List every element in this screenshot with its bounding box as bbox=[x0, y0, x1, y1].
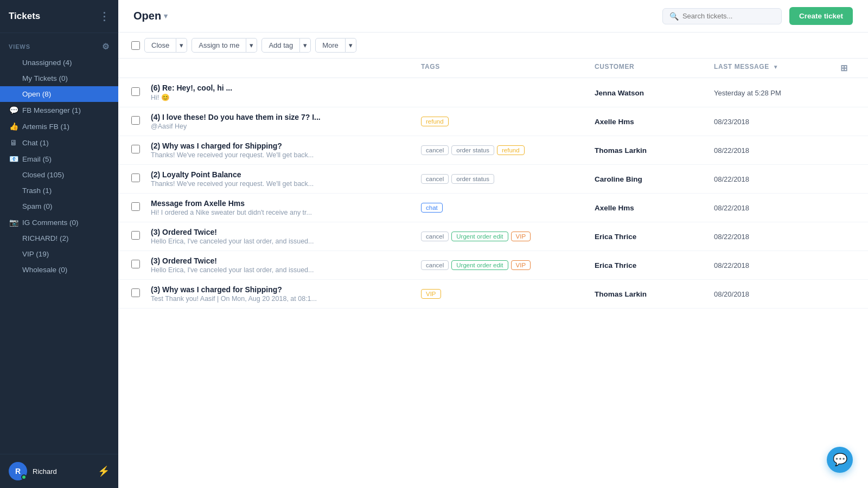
avatar: R bbox=[9, 462, 27, 480]
ticket-preview: Hi! I ordered a Nike sweater but didn't … bbox=[151, 209, 421, 216]
sidebar-item-label-open: Open (8) bbox=[22, 90, 110, 98]
ticket-customer-cell: Caroline Bing bbox=[595, 174, 714, 184]
customer-name: Thomas Larkin bbox=[595, 290, 647, 298]
row-checkbox-4[interactable] bbox=[131, 202, 140, 211]
title-chevron-icon[interactable]: ▾ bbox=[164, 12, 168, 20]
sidebar-item-icon-fb-messenger: 💬 bbox=[9, 106, 18, 114]
ticket-customer-cell: Erica Thrice bbox=[595, 260, 714, 270]
ticket-rows-container: (6) Re: Hey!, cool, hi ... Hi! 😊 Jenna W… bbox=[118, 78, 868, 309]
ticket-preview: Thanks! We've received your request. We'… bbox=[151, 151, 421, 159]
row-checkbox-cell bbox=[131, 202, 151, 213]
ticket-title: (3) Ordered Twice! bbox=[151, 228, 421, 236]
sidebar-item-email[interactable]: 📧 Email (5) bbox=[0, 151, 118, 167]
assign-dropdown-arrow[interactable]: ▾ bbox=[246, 38, 257, 53]
sidebar-item-artemis-fb[interactable]: 👍 Artemis FB (1) bbox=[0, 118, 118, 134]
tag-urgent-order-edit: Urgent order edit bbox=[451, 232, 508, 241]
tag-cancel: cancel bbox=[421, 260, 449, 270]
ticket-title: (2) Loyalty Point Balance bbox=[151, 170, 421, 179]
row-checkbox-2[interactable] bbox=[131, 145, 140, 153]
row-checkbox-6[interactable] bbox=[131, 260, 140, 268]
settings-icon[interactable]: ⚙ bbox=[102, 42, 110, 52]
row-checkbox-cell bbox=[131, 116, 151, 127]
columns-toggle-icon[interactable]: ⊞ bbox=[840, 63, 848, 73]
sidebar-item-open[interactable]: Open (8) bbox=[0, 86, 118, 102]
app-title: Tickets bbox=[9, 11, 40, 22]
assign-button[interactable]: Assign to me bbox=[192, 38, 246, 53]
tag-cancel: cancel bbox=[421, 232, 449, 241]
sidebar-item-ig-comments[interactable]: 📷 IG Comments (0) bbox=[0, 214, 118, 230]
header-checkbox-col bbox=[131, 63, 151, 73]
table-row[interactable]: (3) Ordered Twice! Hello Erica, I've can… bbox=[118, 222, 868, 251]
sidebar-item-icon-artemis-fb: 👍 bbox=[9, 122, 18, 131]
ticket-title: (6) Re: Hey!, cool, hi ... bbox=[151, 84, 421, 92]
tag-refund: refund bbox=[497, 145, 525, 155]
table-row[interactable]: Message from Axelle Hms Hi! I ordered a … bbox=[118, 194, 868, 222]
sidebar-item-label-artemis-fb: Artemis FB (1) bbox=[22, 123, 110, 131]
row-checkbox-5[interactable] bbox=[131, 231, 140, 240]
table-row[interactable]: (2) Loyalty Point Balance Thanks! We've … bbox=[118, 165, 868, 194]
sidebar-item-closed[interactable]: Closed (105) bbox=[0, 167, 118, 183]
last-message-date: 08/22/2018 bbox=[714, 146, 749, 155]
sidebar-item-icon-ig-comments: 📷 bbox=[9, 218, 18, 227]
add-tag-dropdown-arrow[interactable]: ▾ bbox=[300, 38, 311, 53]
header-customer-col: CUSTOMER bbox=[595, 63, 714, 73]
row-checkbox-3[interactable] bbox=[131, 174, 140, 182]
ticket-title: Message from Axelle Hms bbox=[151, 199, 421, 208]
ticket-preview: @Aasif Hey bbox=[151, 123, 421, 130]
ticket-tags-cell: cancelorder statusrefund bbox=[421, 145, 595, 155]
row-checkbox-7[interactable] bbox=[131, 288, 140, 297]
sidebar-item-wholesale[interactable]: Wholesale (0) bbox=[0, 262, 118, 278]
tag-refund: refund bbox=[421, 117, 449, 126]
ticket-tags-cell: chat bbox=[421, 203, 595, 213]
ticket-tags-cell: VIP bbox=[421, 289, 595, 299]
table-row[interactable]: (2) Why was I charged for Shipping? Than… bbox=[118, 136, 868, 165]
create-ticket-button[interactable]: Create ticket bbox=[789, 7, 853, 25]
customer-name: Thomas Larkin bbox=[595, 146, 647, 155]
sidebar-item-fb-messenger[interactable]: 💬 FB Messenger (1) bbox=[0, 102, 118, 118]
ticket-customer-cell: Thomas Larkin bbox=[595, 289, 714, 299]
chat-widget-button[interactable]: 💬 bbox=[827, 447, 853, 473]
page-title: Open ▾ bbox=[133, 10, 168, 22]
row-checkbox-0[interactable] bbox=[131, 87, 140, 96]
sidebar-item-label-chat: Chat (1) bbox=[22, 139, 110, 147]
sidebar-item-spam[interactable]: Spam (0) bbox=[0, 198, 118, 214]
online-indicator bbox=[21, 474, 27, 480]
tag-vip: VIP bbox=[511, 232, 531, 241]
select-all-checkbox[interactable] bbox=[131, 41, 140, 50]
sidebar-item-my-tickets[interactable]: My Tickets (0) bbox=[0, 70, 118, 86]
sidebar-item-label-richard: RICHARD! (2) bbox=[22, 234, 110, 242]
table-row[interactable]: (3) Ordered Twice! Hello Erica, I've can… bbox=[118, 251, 868, 280]
sidebar-item-richard[interactable]: RICHARD! (2) bbox=[0, 230, 118, 246]
table-row[interactable]: (3) Why was I charged for Shipping? Test… bbox=[118, 280, 868, 309]
row-checkbox-cell bbox=[131, 174, 151, 184]
customer-name: Axelle Hms bbox=[595, 118, 634, 126]
sidebar-item-trash[interactable]: Trash (1) bbox=[0, 183, 118, 198]
customer-name: Caroline Bing bbox=[595, 175, 642, 183]
ticket-last-message-cell: 08/22/2018 bbox=[714, 260, 833, 270]
close-button[interactable]: Close bbox=[144, 38, 176, 53]
ticket-subject-cell: Message from Axelle Hms Hi! I ordered a … bbox=[151, 199, 421, 216]
add-tag-button[interactable]: Add tag bbox=[261, 38, 300, 53]
customer-name: Jenna Watson bbox=[595, 89, 644, 97]
table-header: TAGS CUSTOMER LAST MESSAGE ▼ ⊞ bbox=[118, 59, 868, 78]
search-input[interactable] bbox=[682, 12, 775, 20]
footer-username: Richard bbox=[33, 467, 57, 476]
header-columns-icon[interactable]: ⊞ bbox=[833, 63, 855, 73]
sidebar-item-icon-email: 📧 bbox=[9, 155, 18, 163]
sidebar-item-unassigned[interactable]: Unassigned (4) bbox=[0, 55, 118, 70]
more-dropdown-arrow[interactable]: ▾ bbox=[346, 38, 356, 53]
table-row[interactable]: (6) Re: Hey!, cool, hi ... Hi! 😊 Jenna W… bbox=[118, 78, 868, 107]
row-checkbox-cell bbox=[131, 260, 151, 271]
sidebar-item-label-email: Email (5) bbox=[22, 155, 110, 163]
table-row[interactable]: (4) I love these! Do you have them in si… bbox=[118, 107, 868, 136]
footer-arrow-icon: ⚡ bbox=[98, 465, 110, 477]
last-message-date: Yesterday at 5:28 PM bbox=[714, 89, 781, 97]
more-button[interactable]: More bbox=[315, 38, 346, 53]
row-checkbox-1[interactable] bbox=[131, 116, 140, 125]
sidebar-item-vip[interactable]: VIP (19) bbox=[0, 246, 118, 262]
main-content: Open ▾ 🔍 Create ticket Close ▾ Assign to… bbox=[118, 0, 868, 488]
ticket-last-message-cell: 08/22/2018 bbox=[714, 232, 833, 241]
close-dropdown-arrow[interactable]: ▾ bbox=[176, 38, 187, 53]
sidebar-menu-icon[interactable]: ⋮ bbox=[99, 10, 110, 23]
sidebar-item-chat[interactable]: 🖥 Chat (1) bbox=[0, 134, 118, 151]
